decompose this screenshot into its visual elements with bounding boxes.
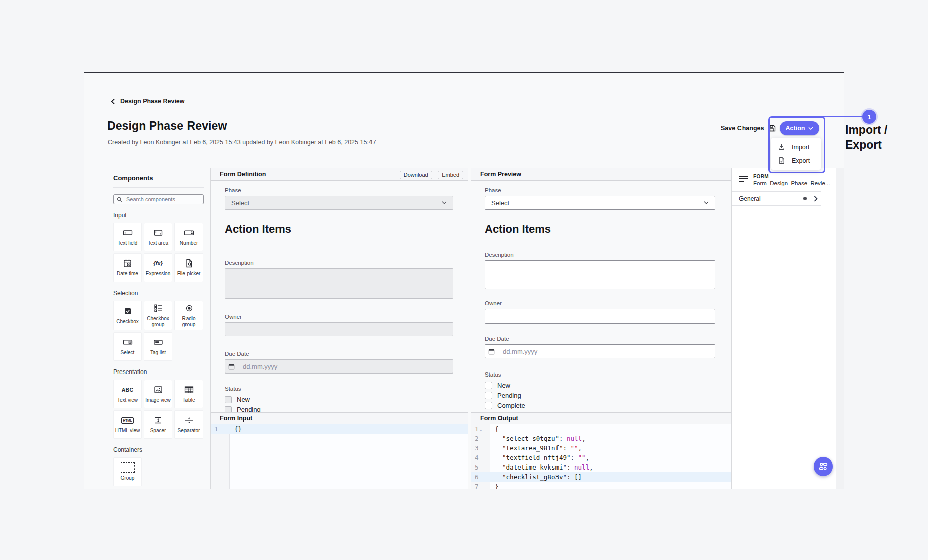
owner-input[interactable] [225,322,453,336]
download-button[interactable]: Download [400,171,432,179]
component-tile-spacer[interactable]: Spacer [144,410,172,439]
code-line: 2 "select_s0tqzu": null, [471,434,731,443]
containers-components-grid: Group [113,457,204,486]
form-output-editor[interactable]: 1⌄{2 "select_s0tqzu": null,3 "textarea_9… [471,424,731,489]
annotation-step-badge: 1 [862,110,876,124]
text-view-icon: ABC [122,385,134,395]
number-icon [184,228,194,238]
component-tile-number[interactable]: Number [174,223,203,251]
search-input[interactable] [125,196,200,203]
save-changes-button[interactable]: Save Changes [721,124,776,132]
status-checkbox-pending[interactable]: Pending [485,392,715,399]
component-tile-checkbox[interactable]: Checkbox [113,301,142,330]
status-label: Status [225,386,453,392]
form-input-editor[interactable]: 1{} [211,424,468,489]
save-icon [768,124,776,132]
chevron-down-icon [442,201,447,204]
menu-item-export[interactable]: Export [771,154,821,167]
component-tile-table[interactable]: Table [174,380,203,408]
component-tile-expression[interactable]: {fx} Expression [144,253,172,282]
component-tile-select[interactable]: Select [113,332,142,361]
spacer-icon [153,415,163,425]
due-date-placeholder: dd.mm.yyyy [238,360,277,373]
form-output-title: Form Output [480,415,518,422]
component-tile-text-field[interactable]: Text field [113,223,142,251]
calendar-icon[interactable] [485,345,498,358]
code-line: 3 "textarea_981nf": "", [471,443,731,453]
modified-dot-indicator [803,197,807,200]
owner-label: Owner [225,314,453,320]
code-text: "select_s0tqzu": null, [490,434,586,443]
description-textarea[interactable] [485,260,715,289]
status-checkbox-pending[interactable]: Pending [225,406,453,412]
embed-button[interactable]: Embed [438,171,463,179]
line-number: 1⌄ [471,424,490,434]
annotation-label: Import / Export [845,122,887,152]
status-checkbox-new[interactable]: New [485,382,715,389]
menu-item-export-label: Export [792,157,810,164]
checkbox-icon[interactable] [225,406,232,413]
phase-select[interactable]: Select [225,196,453,210]
code-line: 4 "textfield_nftj49": "", [471,453,731,462]
menu-item-import[interactable]: Import [771,140,821,154]
form-builder-app: Design Phase Review Design Phase Review … [84,72,844,489]
component-tile-text-area[interactable]: Text area [144,223,172,251]
properties-list-icon[interactable] [739,174,748,182]
export-icon [778,157,785,164]
description-textarea[interactable] [225,268,453,299]
radio-group-icon [184,303,194,313]
component-tile-html-view[interactable]: HTML HTML view [113,410,142,439]
due-date-input[interactable]: dd.mm.yyyy [485,344,715,358]
file-picker-icon [184,258,194,268]
component-tile-group[interactable]: Group [113,457,142,486]
select-icon [123,337,133,347]
breadcrumb[interactable]: Design Phase Review [111,98,185,105]
fold-caret-icon[interactable]: ⌄ [480,425,482,434]
component-tile-date-time[interactable]: Date time [113,253,142,282]
component-tile-image-view[interactable]: Image view [144,380,172,408]
due-date-input[interactable]: dd.mm.yyyy [225,359,453,374]
status-checkbox-complete[interactable]: Complete [485,402,715,409]
owner-input[interactable] [485,309,715,324]
checkbox-icon[interactable] [485,382,492,389]
properties-group-general[interactable]: General [732,192,821,206]
component-search[interactable] [113,194,204,204]
form-output-panel: Form Output 1⌄{2 "select_s0tqzu": null,3… [471,412,731,489]
checkbox-icon[interactable] [485,402,492,409]
section-title-selection: Selection [113,290,204,297]
components-panel: Components Input Text field Text area Nu… [90,168,211,489]
preview-settings-fab[interactable] [814,457,833,476]
code-text: } [490,482,499,489]
status-checkbox-group: NewPendingCompleteNo longer applicable [485,382,715,412]
separator-icon [184,415,194,425]
component-tile-tag-list[interactable]: Tag list [144,332,172,361]
owner-label: Owner [485,300,715,306]
form-definition-panel: Form Definition Download Embed Phase Sel… [211,168,468,412]
code-line: 5 "datetime_kvksmi": null, [471,462,731,472]
component-tile-file-picker[interactable]: File picker [174,253,203,282]
code-text: "textarea_981nf": "", [490,443,582,453]
calendar-icon[interactable] [225,360,238,373]
chevron-right-icon [814,196,818,202]
component-tile-checkbox-group[interactable]: Checkbox group [144,301,172,330]
save-changes-label: Save Changes [721,125,764,132]
phase-select[interactable]: Select [485,196,715,210]
breadcrumb-label: Design Phase Review [120,98,185,105]
status-checkbox-new[interactable]: New [225,396,453,403]
properties-form-name: Form_Design_Phase_Revie... [753,180,830,186]
component-tile-radio-group[interactable]: Radio group [174,301,203,330]
component-tile-text-view[interactable]: ABC Text view [113,380,142,408]
checkbox-icon[interactable] [225,396,232,403]
action-button[interactable]: Action [780,121,819,135]
code-line: 7} [471,482,731,489]
form-input-title: Form Input [220,415,252,422]
image-view-icon [153,385,163,395]
code-text: { [490,424,499,434]
checkbox-label: Pending [497,392,521,399]
code-text: "textfield_nftj49": "", [490,453,589,462]
component-tile-separator[interactable]: Separator [174,410,203,439]
line-number: 7 [471,482,490,489]
checkbox-icon[interactable] [485,392,492,399]
checkbox-icon [123,306,133,316]
components-panel-title: Components [113,168,204,188]
